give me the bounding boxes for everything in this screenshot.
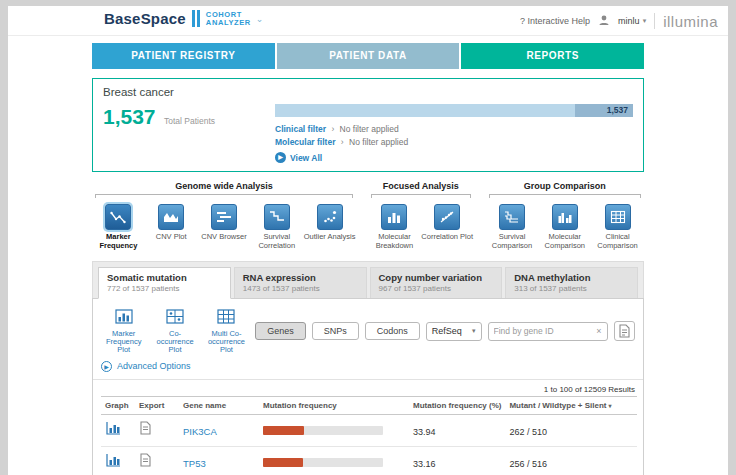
illumina-logo: illumina	[663, 13, 718, 30]
advanced-options-link[interactable]: Advanced Options	[117, 361, 191, 371]
app-name-line2: ANALYZER	[206, 19, 251, 27]
molecular-breakdown-icon	[381, 204, 407, 230]
group-focused-label: Focused Analysis	[368, 181, 474, 191]
co-occurrence-plot-icon	[152, 308, 197, 328]
plot-tool-label: Co-occurrence Plot	[152, 330, 197, 355]
col-mutation-frequency[interactable]: Mutation frequency	[259, 396, 409, 414]
frequency-bar-track	[263, 426, 383, 435]
col-mutation-frequency-pct[interactable]: Mutation frequency (%)	[409, 396, 505, 414]
frequency-pct-value: 33.16	[413, 459, 436, 469]
survival-comparison-icon	[499, 204, 525, 230]
chevron-down-icon[interactable]: ⌄	[256, 14, 264, 24]
reference-select-value: RefSeq	[432, 326, 462, 336]
tool-molecular-breakdown[interactable]: Molecular Breakdown	[368, 204, 421, 250]
tool-marker-frequency[interactable]: Marker Frequency	[92, 204, 145, 250]
somatic-mutation-panel: Marker Frequency Plot Co-occurrence Plot…	[92, 298, 644, 475]
col-export: Export	[135, 396, 179, 414]
mutant-wildtype-value: 256 / 516	[509, 459, 547, 469]
tab-patient-registry[interactable]: PATIENT REGISTRY	[92, 43, 275, 69]
marker-frequency-icon	[105, 204, 131, 230]
tool-survival-correlation[interactable]: Survival Correlation	[250, 204, 303, 250]
patient-count-block: 1,537 Total Patients	[103, 101, 275, 163]
export-list-button[interactable]	[614, 321, 635, 341]
group-bracket	[489, 194, 641, 198]
tab-reports[interactable]: REPORTS	[461, 43, 644, 69]
export-icon[interactable]	[139, 453, 152, 470]
tool-cnv-plot[interactable]: CNV Plot	[145, 204, 198, 250]
data-type-tabs: Somatic mutation 772 of 1537 patients RN…	[92, 261, 644, 298]
toggle-genes[interactable]: Genes	[255, 322, 306, 340]
gene-search-input[interactable]	[494, 326, 594, 336]
clear-search-icon[interactable]: ×	[596, 326, 601, 336]
results-header-row: Graph Export Gene name Mutation frequenc…	[101, 396, 637, 414]
toggle-codons[interactable]: Codons	[365, 322, 420, 340]
interactive-help-link[interactable]: ? Interactive Help	[520, 16, 590, 26]
molecular-filter-link[interactable]: Molecular filter	[275, 137, 335, 147]
gene-link[interactable]: PIK3CA	[183, 426, 217, 437]
molecular-filter-value: No filter applied	[349, 137, 408, 147]
tool-survival-comparison[interactable]: Survival Comparison	[486, 204, 539, 250]
tool-clinical-comparison[interactable]: Clinical Comparison	[591, 204, 644, 250]
user-menu[interactable]: minlu ▾	[618, 16, 646, 26]
plot-tool-label: Marker Frequency Plot	[101, 330, 146, 355]
view-all-label: View All	[290, 153, 322, 163]
frequency-bar-fill	[263, 426, 304, 435]
data-tab-label: DNA methylation	[514, 272, 629, 283]
app-header: BaseSpace COHORT ANALYZER ⌄ ? Interactiv…	[8, 6, 728, 36]
user-icon	[598, 12, 610, 30]
app-window: BaseSpace COHORT ANALYZER ⌄ ? Interactiv…	[8, 6, 728, 475]
group-bracket	[371, 194, 471, 198]
molecular-filter-row: Molecular filter › No filter applied	[275, 136, 633, 149]
marker-frequency-plot-button[interactable]: Marker Frequency Plot	[101, 308, 146, 355]
data-section: Somatic mutation 772 of 1537 patients RN…	[92, 261, 644, 475]
correlation-plot-icon	[434, 204, 460, 230]
cnv-browser-icon	[211, 204, 237, 230]
caret-down-icon: ▾	[643, 17, 647, 25]
col-graph: Graph	[101, 396, 135, 414]
main-tabs: PATIENT REGISTRY PATIENT DATA REPORTS	[92, 43, 644, 69]
graph-icon[interactable]	[105, 454, 121, 471]
cohort-analyzer-menu[interactable]: COHORT ANALYZER	[206, 11, 251, 27]
data-tab-subtitle: 1473 of 1537 patients	[243, 284, 358, 293]
chevron-right-icon: ›	[331, 124, 334, 134]
clinical-filter-link[interactable]: Clinical filter	[275, 124, 326, 134]
basespace-logo: BaseSpace	[104, 10, 186, 27]
user-name: minlu	[618, 16, 640, 26]
co-occurrence-plot-button[interactable]: Co-occurrence Plot	[152, 308, 197, 355]
reference-select[interactable]: RefSeq ▾	[426, 322, 482, 341]
outlier-analysis-icon	[317, 204, 343, 230]
col-mutant-wildtype[interactable]: Mutant / Wildtype + Silent▾	[505, 396, 637, 414]
cnv-plot-icon	[158, 204, 184, 230]
tab-rna-expression[interactable]: RNA expression 1473 of 1537 patients	[234, 267, 367, 298]
col-gene-name[interactable]: Gene name	[179, 396, 259, 414]
tool-label: Clinical Comparison	[591, 233, 644, 250]
export-icon[interactable]	[139, 421, 152, 438]
tab-dna-methylation[interactable]: DNA methylation 313 of 1537 patients	[505, 267, 638, 298]
tool-cnv-browser[interactable]: CNV Browser	[198, 204, 251, 250]
clinical-comparison-icon	[605, 204, 631, 230]
tab-somatic-mutation[interactable]: Somatic mutation 772 of 1537 patients	[98, 267, 231, 299]
header-right: ? Interactive Help minlu ▾ illumina	[520, 6, 718, 36]
tab-patient-data[interactable]: PATIENT DATA	[277, 43, 460, 69]
expand-circle-icon[interactable]: ▶	[101, 361, 112, 372]
tool-label: CNV Browser	[198, 233, 251, 242]
tool-correlation-plot[interactable]: Correlation Plot	[421, 204, 474, 250]
frequency-bar-track	[263, 458, 383, 467]
cohort-title: Breast cancer	[103, 86, 633, 98]
tool-molecular-comparison[interactable]: Molecular Comparison	[538, 204, 591, 250]
advanced-options-row: ▶ Advanced Options	[93, 359, 643, 380]
tool-label: Outlier Analysis	[303, 233, 356, 242]
graph-icon[interactable]	[105, 422, 121, 439]
tool-outlier-analysis[interactable]: Outlier Analysis	[303, 204, 356, 250]
gene-link[interactable]: TP53	[183, 458, 206, 469]
multi-co-occurrence-plot-button[interactable]: Multi Co-occurrence Plot	[204, 308, 249, 355]
frequency-bar-fill	[263, 458, 303, 467]
filter-row: Marker Frequency Plot Co-occurrence Plot…	[93, 299, 643, 359]
view-all-link[interactable]: ▶ View All	[275, 152, 633, 163]
tab-copy-number-variation[interactable]: Copy number variation 967 of 1537 patien…	[370, 267, 503, 298]
tool-label: Survival Correlation	[250, 233, 303, 250]
multi-co-occurrence-plot-icon	[204, 308, 249, 328]
caret-down-icon: ▾	[472, 327, 476, 335]
data-tab-label: Copy number variation	[379, 272, 494, 283]
toggle-snps[interactable]: SNPs	[312, 322, 359, 340]
